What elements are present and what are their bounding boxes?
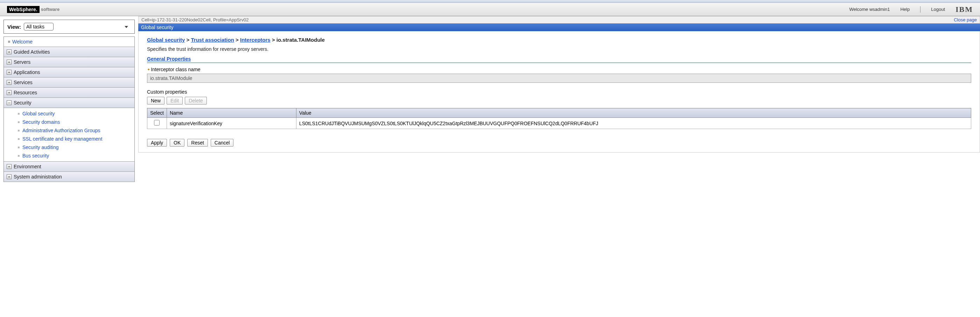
interceptor-class-name-input[interactable]	[147, 74, 971, 83]
logo-sub: software	[41, 6, 59, 12]
new-button[interactable]: New	[147, 97, 164, 104]
logout-link[interactable]: Logout	[931, 6, 945, 12]
nav-security-sublist: Global security Security domains Adminis…	[4, 108, 134, 162]
col-select: Select	[147, 108, 167, 118]
breadcrumb: Global security > Trust association > In…	[147, 37, 971, 43]
breadcrumb-interceptors[interactable]: Interceptors	[240, 37, 270, 43]
nav-environment[interactable]: + Environment	[4, 162, 134, 172]
nav-welcome[interactable]: Welcome	[4, 37, 134, 47]
cancel-button[interactable]: Cancel	[211, 139, 234, 147]
apply-button[interactable]: Apply	[147, 139, 167, 147]
general-properties-header: General Properties	[147, 56, 971, 63]
custom-properties-table: Select Name Value signatureVerificationK…	[147, 108, 971, 129]
nav-system-administration[interactable]: + System administration	[4, 172, 134, 182]
expand-icon[interactable]: +	[6, 164, 11, 169]
bullet-icon	[8, 41, 10, 43]
page-description: Specifies the trust information for reve…	[147, 46, 971, 52]
expand-icon[interactable]: +	[6, 80, 11, 85]
expand-icon[interactable]: +	[6, 90, 11, 95]
col-name: Name	[167, 108, 296, 118]
nav-welcome-link[interactable]: Welcome	[12, 39, 33, 45]
ibm-logo: IBM	[956, 5, 973, 14]
custom-properties-label: Custom properties	[147, 89, 971, 94]
nav-admin-auth-groups[interactable]: Administrative Authorization Groups	[4, 126, 134, 134]
nav-global-security[interactable]: Global security	[4, 109, 134, 118]
required-icon: ✦	[147, 67, 150, 72]
header-bar: WebSphere. software Welcome wsadmin1 Hel…	[0, 3, 980, 16]
ok-button[interactable]: OK	[170, 139, 185, 147]
nav-security-domains[interactable]: Security domains	[4, 118, 134, 126]
col-value: Value	[296, 108, 971, 118]
nav-applications[interactable]: + Applications	[4, 67, 134, 77]
nav-resources[interactable]: + Resources	[4, 88, 134, 98]
app-logo: WebSphere. software	[7, 6, 59, 13]
main-content: Cell=ip-172-31-31-220Node02Cell, Profile…	[138, 16, 980, 186]
sidebar: View: All tasks Welcome + Guided Activit…	[0, 16, 138, 186]
help-link[interactable]: Help	[900, 6, 910, 12]
nav-list: Welcome + Guided Activities + Servers + …	[3, 37, 135, 182]
table-row: signatureVerificationKey LS0tLS1CRUdJTiB…	[147, 118, 971, 129]
close-page-link[interactable]: Close page	[954, 17, 977, 22]
cell-info-bar: Cell=ip-172-31-31-220Node02Cell, Profile…	[138, 16, 980, 24]
row-value: LS0tLS1CRUdJTiBQVUJMSUMgS0VZLS0tLS0KTUlJ…	[296, 118, 971, 129]
nav-bus-security[interactable]: Bus security	[4, 152, 134, 160]
reset-button[interactable]: Reset	[187, 139, 208, 147]
nav-guided-activities[interactable]: + Guided Activities	[4, 47, 134, 57]
view-selector-box: View: All tasks	[3, 20, 135, 34]
row-name: signatureVerificationKey	[167, 118, 296, 129]
page-title: Global security	[138, 24, 980, 31]
breadcrumb-trust-association[interactable]: Trust association	[191, 37, 234, 43]
expand-icon[interactable]: +	[6, 50, 11, 54]
nav-security[interactable]: − Security	[4, 98, 134, 108]
nav-ssl-cert-key[interactable]: SSL certificate and key management	[4, 134, 134, 143]
view-label: View:	[7, 24, 21, 30]
expand-icon[interactable]: +	[6, 70, 11, 75]
delete-button[interactable]: Delete	[185, 97, 207, 104]
cell-info-text: Cell=ip-172-31-31-220Node02Cell, Profile…	[142, 17, 248, 22]
row-checkbox[interactable]	[154, 120, 160, 125]
breadcrumb-global-security[interactable]: Global security	[147, 37, 185, 43]
expand-icon[interactable]: +	[6, 59, 11, 64]
expand-icon[interactable]: +	[6, 174, 11, 179]
view-select[interactable]: All tasks	[24, 23, 54, 30]
welcome-text: Welcome wsadmin1	[849, 6, 890, 12]
breadcrumb-current: io.strata.TAIModule	[277, 37, 325, 43]
collapse-icon[interactable]: −	[6, 100, 11, 105]
nav-security-auditing[interactable]: Security auditing	[4, 143, 134, 152]
nav-servers[interactable]: + Servers	[4, 57, 134, 67]
logo-main: WebSphere.	[7, 6, 40, 13]
edit-button[interactable]: Edit	[167, 97, 183, 104]
field-label-interceptor: ✦ Interceptor class name	[147, 67, 971, 72]
nav-services[interactable]: + Services	[4, 77, 134, 88]
